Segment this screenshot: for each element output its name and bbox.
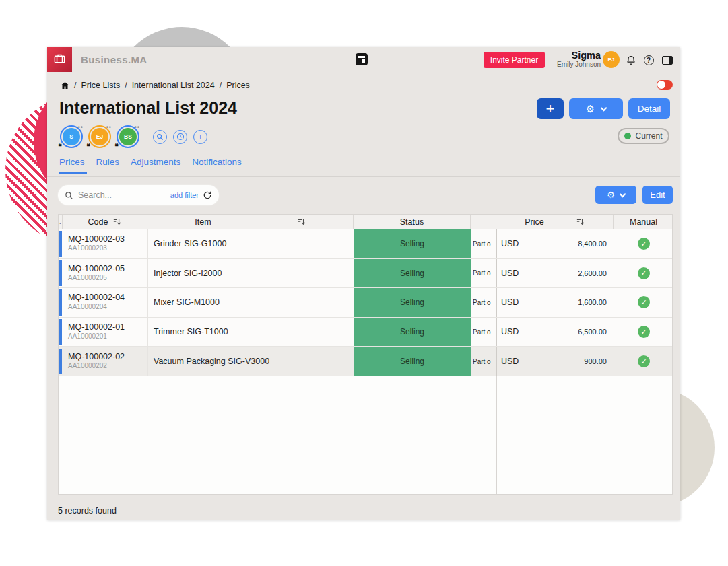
cell-code[interactable]: MQ-100002-01 AA10000201 [63,318,147,347]
header-price[interactable]: Price [496,215,614,229]
panel-glyph [662,56,673,65]
app-logo[interactable] [47,47,72,72]
table-row[interactable]: MQ-100002-05 AA10000205 Injector SIG-I20… [59,259,672,289]
cell-code[interactable]: MQ-100002-04 AA10000204 [63,288,147,317]
tab-adjustments[interactable]: Adjustments [131,157,180,171]
tab-prices[interactable]: Prices [59,157,85,171]
sort-icon[interactable] [298,218,306,225]
zoom-search-icon[interactable] [153,130,167,144]
search-bar: add filter [58,185,219,205]
cell-price[interactable]: USD 900.00 [496,347,614,376]
subcode-value: AA10000204 [68,303,145,311]
manual-check-icon: ✓ [638,238,650,250]
cell-code[interactable]: MQ-100002-05 AA10000205 [63,259,147,288]
cell-status[interactable]: Selling [354,229,471,258]
cell-item[interactable]: Vacuum Packaging SIG-V3000 [147,347,354,376]
cell-partof[interactable]: Part o [471,259,496,288]
help-icon[interactable]: ? [642,54,655,66]
side-panel-toggle-icon[interactable] [661,54,673,66]
cell-partof[interactable]: Part o [471,318,496,347]
chevron-down-icon [601,104,607,111]
green-dot-icon [624,133,631,139]
add-filter-link[interactable]: add filter [170,191,199,199]
refresh-icon[interactable] [203,190,212,200]
table-settings-dropdown-button[interactable]: ⚙ [595,186,636,204]
add-button[interactable]: + [537,98,564,119]
table-empty-area [59,376,672,494]
cell-item[interactable]: Grinder SIG-G1000 [147,229,354,258]
table-row[interactable]: MQ-100002-02 AA10000202 Vacuum Packaging… [59,347,672,376]
home-icon[interactable] [61,81,69,90]
apps-icon[interactable] [356,53,368,65]
cell-manual[interactable]: ✓ [614,318,673,347]
cell-status[interactable]: Selling [354,259,471,288]
avatar-dots: •• [106,124,112,131]
cell-partof[interactable]: Part o [471,229,496,258]
collaborator-avatar[interactable]: EJ 🔒︎ •• [91,128,108,145]
cell-status[interactable]: Selling [354,318,471,347]
cell-code[interactable]: MQ-100002-03 AA10000203 [63,229,147,258]
record-toggle[interactable] [657,80,673,90]
tab-rules[interactable]: Rules [96,157,120,171]
cell-status[interactable]: Selling [354,347,471,376]
subcode-value: AA10000202 [68,362,145,370]
cell-status[interactable]: Selling [354,288,471,317]
cell-price[interactable]: USD 6,500.00 [496,318,614,347]
user-avatar[interactable]: EJ [603,51,620,68]
header-status-label: Status [400,217,424,227]
invite-partner-button[interactable]: Invite Partner [484,52,545,68]
notifications-bell-icon[interactable] [625,54,637,66]
breadcrumb-prices[interactable]: Prices [226,81,250,90]
user-menu[interactable]: Sigma Emily Johnson [557,50,601,68]
price-value: 6,500.00 [578,328,607,336]
currency-value: USD [501,357,519,366]
cell-item[interactable]: Injector SIG-I2000 [147,259,354,288]
collaborator-avatar[interactable]: BS 🔒︎ •• [119,128,137,145]
cell-price[interactable]: USD 8,400.00 [496,229,614,258]
header-manual[interactable]: Manual [614,215,673,229]
lock-icon: 🔒︎ [87,141,90,148]
header-item[interactable]: Item [147,215,354,229]
cell-item[interactable]: Mixer SIG-M1000 [147,288,354,317]
breadcrumb-price-lists[interactable]: Price Lists [81,81,120,90]
avatar-dots: •• [78,124,84,131]
table-row[interactable]: MQ-100002-03 AA10000203 Grinder SIG-G100… [59,229,672,259]
history-clock-icon[interactable] [173,130,187,144]
status-badge[interactable]: Current [618,128,669,144]
avatar-initials: S [69,133,73,140]
cell-manual[interactable]: ✓ [614,229,673,258]
breadcrumb-list-name[interactable]: International List 2024 [132,81,215,90]
table-row[interactable]: MQ-100002-04 AA10000204 Mixer SIG-M1000 … [59,288,672,318]
cell-manual[interactable]: ✓ [614,347,673,376]
detail-button[interactable]: Detail [628,98,670,119]
header-code[interactable]: Code [63,215,147,229]
edit-button[interactable]: Edit [642,186,673,204]
cell-manual[interactable]: ✓ [614,288,673,317]
cell-manual[interactable]: ✓ [614,259,673,288]
code-value: MQ-100002-04 [68,293,145,303]
search-input[interactable] [78,190,152,200]
cell-partof[interactable]: Part o [471,288,496,317]
settings-dropdown-button[interactable]: ⚙ [569,98,623,119]
sort-icon[interactable] [113,218,121,225]
sort-icon[interactable] [576,218,585,225]
header-price-label: Price [525,217,543,227]
collaborator-avatar[interactable]: S 🔒︎ •• [63,128,80,145]
subcode-value: AA10000201 [68,332,145,341]
avatar-initials: EJ [96,133,103,140]
cell-item[interactable]: Trimmer SIG-T1000 [147,318,354,347]
tab-notifications[interactable]: Notifications [192,157,242,171]
price-value: 900.00 [584,357,607,365]
row-accent-bar [59,319,62,345]
header-item-label: Item [195,217,211,227]
cell-price[interactable]: USD 1,600.00 [496,288,614,317]
price-value: 2,600.00 [578,269,607,277]
cell-partof[interactable]: Part o [471,347,496,376]
table-row[interactable]: MQ-100002-01 AA10000201 Trimmer SIG-T100… [59,318,672,347]
header-partof[interactable] [471,215,496,229]
cell-price[interactable]: USD 2,600.00 [496,259,614,288]
cell-code[interactable]: MQ-100002-02 AA10000202 [63,347,147,376]
page-title: International List 2024 [59,98,237,118]
header-status[interactable]: Status [354,215,471,229]
add-collaborator-icon[interactable]: + [193,130,207,144]
